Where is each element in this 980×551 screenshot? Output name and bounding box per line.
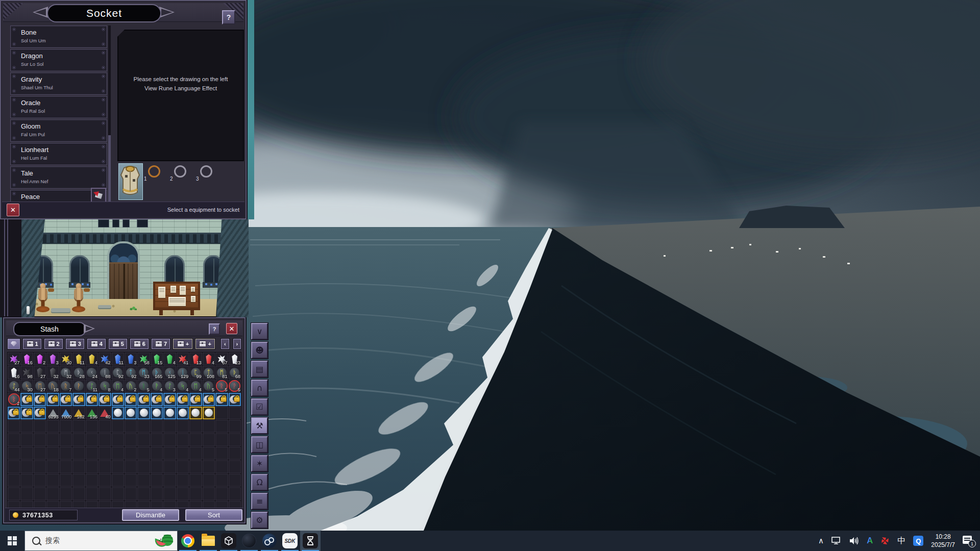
stash-cell[interactable] (60, 393, 72, 406)
stash-cell[interactable] (99, 474, 111, 487)
stash-cell[interactable] (163, 433, 176, 446)
sidebar-cube-icon[interactable]: ◫ (251, 436, 268, 453)
stash-cell[interactable] (189, 433, 202, 446)
stash-cell[interactable] (112, 460, 124, 473)
stash-item-orb[interactable] (140, 409, 148, 417)
stash-cell[interactable] (20, 420, 33, 433)
stash-cell[interactable] (72, 393, 85, 406)
stash-cell[interactable] (112, 474, 124, 487)
stash-cell[interactable] (125, 487, 137, 500)
stash-cell[interactable]: 3 (46, 353, 59, 365)
stash-cell[interactable]: ᛋ4 (177, 380, 189, 392)
stash-cell[interactable] (72, 420, 85, 433)
stash-cell[interactable] (151, 393, 163, 406)
search-input[interactable]: 搜索 (24, 531, 178, 551)
stash-cell[interactable]: ᚹ4 (151, 380, 163, 392)
stash-cell[interactable] (125, 433, 137, 446)
stash-cell[interactable] (215, 447, 228, 460)
stash-cell[interactable] (112, 393, 124, 406)
stash-cell[interactable]: ᛗ32 (60, 366, 72, 379)
ime-indicator[interactable]: 中 (897, 536, 905, 546)
stash-cell[interactable] (215, 487, 228, 500)
q-browser-tray-icon[interactable]: Q (913, 536, 923, 546)
stash-cell[interactable]: 41 (177, 353, 189, 365)
stash-cell[interactable] (46, 460, 59, 473)
stash-cell[interactable]: 6293 (46, 407, 59, 419)
stash-cell[interactable] (177, 420, 189, 433)
stash-cell[interactable] (99, 393, 111, 406)
stash-cell[interactable] (151, 447, 163, 460)
stash-cell[interactable]: ᛇ44 (8, 380, 20, 392)
stash-item-lock[interactable] (152, 394, 162, 405)
sidebar-character-icon[interactable]: ☻ (251, 342, 268, 359)
stash-cell[interactable] (8, 460, 20, 473)
stash-cell[interactable]: 4 (86, 353, 98, 365)
runeword-item-tale[interactable]: TaleHel Amn Nef (10, 166, 107, 189)
stash-cell[interactable] (163, 420, 176, 433)
stash-cell[interactable] (99, 447, 111, 460)
stash-cell[interactable] (215, 407, 228, 419)
stash-cell[interactable]: 98 (20, 366, 33, 379)
start-button[interactable] (0, 531, 24, 551)
socket-circle-2[interactable]: 2 (171, 165, 186, 181)
stash-cell[interactable] (125, 460, 137, 473)
sidebar-helmet-icon[interactable]: ∩ (251, 380, 268, 396)
stash-cell[interactable] (229, 487, 241, 500)
sidebar-settings-gear-icon[interactable]: ⚙ (251, 512, 268, 529)
stash-cell[interactable]: ᚦ68 (229, 366, 241, 379)
socket-circle-1[interactable]: 1 (145, 165, 160, 181)
help-icon[interactable]: ? (222, 10, 235, 24)
stash-cell[interactable] (189, 447, 202, 460)
close-icon[interactable]: ✕ (226, 323, 237, 334)
stash-tab-1[interactable]: 1 (22, 338, 42, 349)
stash-cell[interactable]: ᚢ2 (125, 380, 137, 392)
runeword-item-lionheart[interactable]: LionheartHel Lum Fal (10, 143, 107, 165)
stash-cell[interactable]: ᚢ5 (203, 380, 215, 392)
stash-cell[interactable] (86, 487, 98, 500)
stash-cell[interactable]: 4 (163, 353, 176, 365)
stash-cell[interactable] (177, 433, 189, 446)
stash-cell[interactable] (215, 420, 228, 433)
stash-item-lock[interactable] (48, 394, 58, 405)
stash-item-lock[interactable] (35, 394, 45, 405)
stash-item-lock[interactable] (126, 394, 136, 405)
stash-item-lock[interactable] (165, 394, 175, 405)
stash-cell[interactable]: ᛈ99 (189, 366, 202, 379)
stash-cell[interactable]: ᚦ28 (72, 366, 85, 379)
clock[interactable]: 10:28 2025/7/7 (931, 533, 955, 549)
stash-cell[interactable] (86, 420, 98, 433)
runeword-scrollbar[interactable] (108, 26, 111, 207)
runeword-item-gloom[interactable]: GloomFal Um Pul (10, 119, 107, 142)
stash-cell[interactable] (215, 460, 228, 473)
taskbar-app-unity-cube[interactable] (218, 531, 239, 551)
stash-tab-2[interactable]: 2 (44, 338, 63, 349)
stash-cell[interactable]: ᛇ3 (163, 380, 176, 392)
stash-cell[interactable]: ᚢ18 (46, 380, 59, 392)
stash-cell[interactable] (99, 433, 111, 446)
sidebar-bell-icon[interactable]: Ω (251, 474, 268, 491)
stash-cell[interactable] (125, 407, 137, 419)
stash-cell[interactable]: 7600 (60, 407, 72, 419)
stash-cell[interactable] (72, 433, 85, 446)
stash-cell[interactable] (203, 433, 215, 446)
stash-cell[interactable]: ᛒ2 (8, 393, 20, 406)
stash-cell[interactable] (60, 433, 72, 446)
stash-cell[interactable] (203, 393, 215, 406)
stash-item-crys-blue[interactable] (128, 354, 134, 364)
stash-cell[interactable] (46, 420, 59, 433)
stash-cell[interactable] (125, 393, 137, 406)
stash-cell[interactable] (189, 487, 202, 500)
equipment-slot-armor[interactable] (118, 163, 143, 200)
stash-cell[interactable] (46, 447, 59, 460)
stash-cell[interactable] (137, 420, 150, 433)
stash-cell[interactable] (60, 487, 72, 500)
stash-cell[interactable] (46, 393, 59, 406)
stash-cell[interactable] (72, 474, 85, 487)
stash-cell[interactable] (163, 407, 176, 419)
stash-cell[interactable] (34, 407, 46, 419)
stash-cell[interactable]: 11 (112, 353, 124, 365)
stash-cell[interactable]: 182 (72, 407, 85, 419)
stash-item-lock[interactable] (204, 394, 214, 405)
stash-cell[interactable] (229, 407, 241, 419)
stash-cell[interactable] (8, 447, 20, 460)
